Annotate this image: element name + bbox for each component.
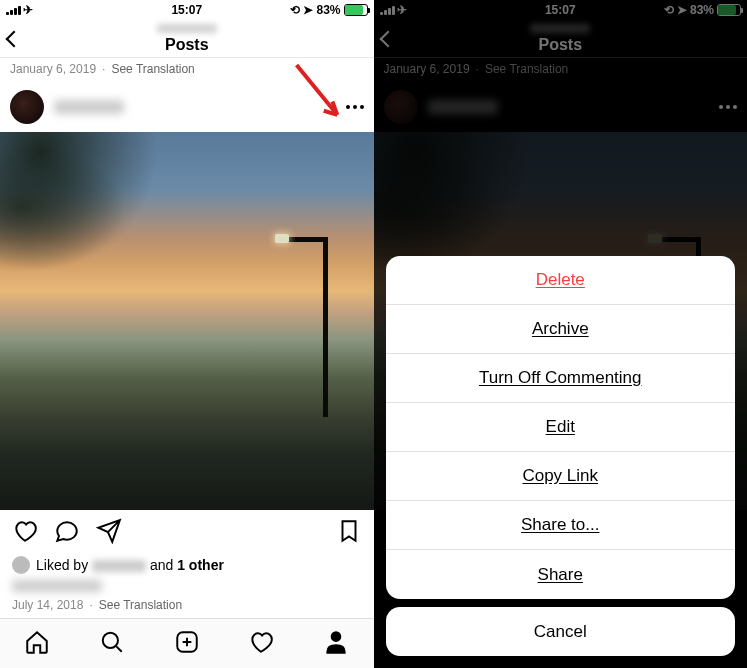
phone-left: ✈ 15:07 ⟲ ➤ 83% Posts January 6, 2019 · … bbox=[0, 0, 374, 668]
status-right: ⟲ ➤ 83% bbox=[290, 3, 367, 17]
header-subtitle-redacted bbox=[530, 24, 590, 33]
nav-header: Posts bbox=[374, 20, 748, 58]
bookmark-button[interactable] bbox=[336, 518, 362, 548]
post-date: January 6, 2019 bbox=[384, 62, 470, 76]
avatar[interactable] bbox=[384, 90, 418, 124]
heart-icon bbox=[248, 629, 274, 655]
sheet-delete[interactable]: Delete bbox=[386, 256, 736, 305]
liked-by-text: Liked by and 1 other bbox=[36, 557, 224, 573]
tab-create[interactable] bbox=[174, 629, 200, 659]
battery-icon bbox=[344, 4, 368, 16]
separator-dot: · bbox=[476, 62, 479, 76]
comment-button[interactable] bbox=[54, 518, 80, 548]
back-button[interactable] bbox=[382, 33, 394, 45]
status-time: 15:07 bbox=[545, 3, 576, 17]
status-right: ⟲ ➤ 83% bbox=[664, 3, 741, 17]
post-user-row bbox=[374, 82, 748, 132]
chevron-left-icon bbox=[6, 30, 23, 47]
post-meta-bottom: July 14, 2018 · See Translation bbox=[0, 594, 374, 616]
chevron-left-icon bbox=[379, 30, 396, 47]
tab-profile[interactable] bbox=[323, 629, 349, 659]
username-redacted[interactable] bbox=[428, 100, 498, 114]
location-icon: ➤ bbox=[677, 3, 687, 17]
post-user-row bbox=[0, 82, 374, 132]
status-left: ✈ bbox=[6, 3, 33, 17]
tab-activity[interactable] bbox=[248, 629, 274, 659]
like-button[interactable] bbox=[12, 518, 38, 548]
phone-right: ✈ 15:07 ⟲ ➤ 83% Posts January 6, 2019 · … bbox=[374, 0, 748, 668]
airplane-icon: ✈ bbox=[397, 3, 407, 17]
action-sheet-list: DeleteArchiveTurn Off CommentingEditCopy… bbox=[386, 256, 736, 599]
post-meta-top: January 6, 2019 · See Translation bbox=[374, 58, 748, 82]
separator-dot: · bbox=[89, 598, 92, 612]
share-button[interactable] bbox=[96, 518, 122, 548]
sheet-turn-off-commenting[interactable]: Turn Off Commenting bbox=[386, 354, 736, 403]
more-options-button[interactable] bbox=[719, 105, 737, 109]
caption-redacted bbox=[12, 580, 102, 592]
rotation-lock-icon: ⟲ bbox=[664, 3, 674, 17]
rotation-lock-icon: ⟲ bbox=[290, 3, 300, 17]
location-icon: ➤ bbox=[303, 3, 313, 17]
see-translation-link-bottom[interactable]: See Translation bbox=[99, 598, 182, 612]
tab-bar bbox=[0, 618, 374, 668]
post-image[interactable] bbox=[0, 132, 374, 510]
liked-by-row[interactable]: Liked by and 1 other bbox=[0, 556, 374, 578]
comment-icon bbox=[54, 518, 80, 544]
tab-search[interactable] bbox=[99, 629, 125, 659]
username-redacted[interactable] bbox=[54, 100, 124, 114]
status-bar: ✈ 15:07 ⟲ ➤ 83% bbox=[374, 0, 748, 20]
search-icon bbox=[99, 629, 125, 655]
status-bar: ✈ 15:07 ⟲ ➤ 83% bbox=[0, 0, 374, 20]
battery-percent: 83% bbox=[316, 3, 340, 17]
sheet-edit[interactable]: Edit bbox=[386, 403, 736, 452]
sheet-share[interactable]: Share bbox=[386, 550, 736, 599]
avatar[interactable] bbox=[10, 90, 44, 124]
separator-dot: · bbox=[102, 62, 105, 76]
action-sheet-cancel-group: Cancel bbox=[386, 607, 736, 656]
status-left: ✈ bbox=[380, 3, 407, 17]
profile-icon bbox=[323, 629, 349, 655]
header-subtitle-redacted bbox=[157, 24, 217, 33]
sheet-share-to[interactable]: Share to... bbox=[386, 501, 736, 550]
see-translation-link[interactable]: See Translation bbox=[111, 62, 194, 76]
liker-name-redacted bbox=[92, 560, 146, 572]
page-title: Posts bbox=[530, 36, 590, 54]
svg-point-0 bbox=[103, 632, 118, 647]
status-time: 15:07 bbox=[171, 3, 202, 17]
more-options-button[interactable] bbox=[346, 105, 364, 109]
tab-home[interactable] bbox=[24, 629, 50, 659]
page-title: Posts bbox=[157, 36, 217, 54]
sheet-archive[interactable]: Archive bbox=[386, 305, 736, 354]
svg-point-2 bbox=[332, 632, 341, 641]
nav-header: Posts bbox=[0, 20, 374, 58]
home-icon bbox=[24, 629, 50, 655]
bookmark-icon bbox=[336, 518, 362, 544]
paper-plane-icon bbox=[96, 518, 122, 544]
liker-avatar bbox=[12, 556, 30, 574]
sheet-cancel[interactable]: Cancel bbox=[386, 607, 736, 656]
airplane-icon: ✈ bbox=[23, 3, 33, 17]
sheet-copy-link[interactable]: Copy Link bbox=[386, 452, 736, 501]
post-date-bottom: July 14, 2018 bbox=[12, 598, 83, 612]
battery-percent: 83% bbox=[690, 3, 714, 17]
see-translation-link[interactable]: See Translation bbox=[485, 62, 568, 76]
battery-icon bbox=[717, 4, 741, 16]
back-button[interactable] bbox=[8, 33, 20, 45]
action-sheet: DeleteArchiveTurn Off CommentingEditCopy… bbox=[386, 256, 736, 656]
post-date: January 6, 2019 bbox=[10, 62, 96, 76]
post-actions bbox=[0, 510, 374, 556]
signal-icon bbox=[380, 6, 395, 15]
heart-icon bbox=[12, 518, 38, 544]
post-meta-top: January 6, 2019 · See Translation bbox=[0, 58, 374, 82]
signal-icon bbox=[6, 6, 21, 15]
plus-square-icon bbox=[174, 629, 200, 655]
